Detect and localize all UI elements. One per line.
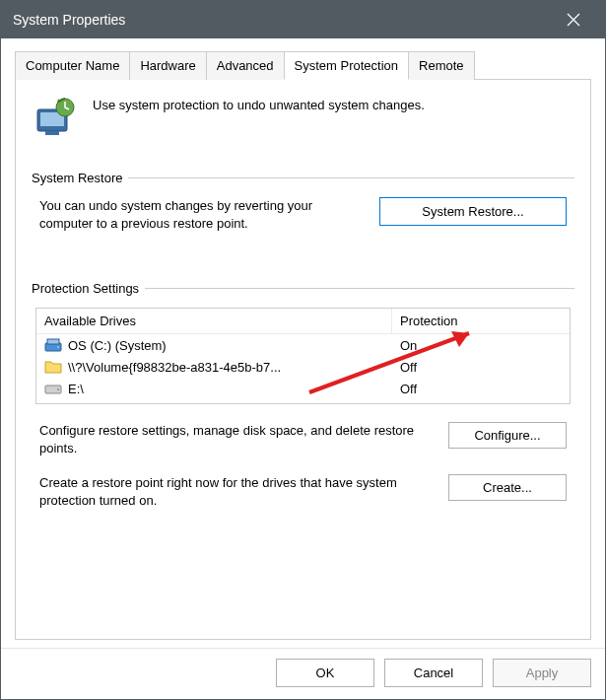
svg-point-10	[57, 388, 59, 390]
group-header: Protection Settings	[32, 281, 574, 296]
drive-row[interactable]: E:\ Off	[36, 378, 570, 403]
protection-settings-group: Protection Settings Available Drives Pro…	[32, 281, 574, 509]
group-divider	[145, 288, 574, 289]
group-label: Protection Settings	[32, 281, 145, 296]
drive-name-label: E:\	[68, 382, 84, 396]
system-restore-group: System Restore You can undo system chang…	[32, 171, 574, 232]
svg-rect-7	[47, 339, 59, 344]
svg-point-8	[57, 346, 59, 348]
configure-row: Configure restore settings, manage disk …	[32, 422, 574, 456]
system-properties-window: System Properties Computer Name Hardware…	[0, 0, 606, 700]
apply-button[interactable]: Apply	[493, 659, 591, 687]
dialog-footer: OK Cancel Apply	[1, 648, 605, 699]
group-divider	[128, 177, 574, 178]
drive-icon	[44, 381, 62, 396]
intro-row: Use system protection to undo unwanted s…	[32, 94, 574, 141]
close-button[interactable]	[554, 1, 593, 38]
group-header: System Restore	[32, 171, 574, 185]
configure-button[interactable]: Configure...	[448, 422, 567, 449]
tab-remote[interactable]: Remote	[408, 51, 475, 80]
window-title: System Properties	[13, 12, 125, 28]
tab-system-protection[interactable]: System Protection	[284, 51, 410, 80]
col-available-drives: Available Drives	[36, 309, 392, 334]
drives-header: Available Drives Protection	[36, 309, 570, 334]
svg-rect-2	[45, 131, 59, 135]
drive-name-label: \\?\Volume{f98832be-a831-4e5b-b7...	[68, 360, 281, 375]
ok-button[interactable]: OK	[276, 659, 374, 687]
system-restore-button[interactable]: System Restore...	[379, 197, 567, 226]
tab-advanced[interactable]: Advanced	[206, 51, 285, 80]
drive-row[interactable]: \\?\Volume{f98832be-a831-4e5b-b7... Off	[36, 356, 570, 378]
tab-hardware[interactable]: Hardware	[129, 51, 206, 80]
drive-status: Off	[392, 357, 570, 378]
restore-description: You can undo system changes by reverting…	[39, 197, 362, 232]
tab-bar: Computer Name Hardware Advanced System P…	[15, 50, 591, 80]
col-protection: Protection	[392, 309, 570, 334]
configure-description: Configure restore settings, manage disk …	[39, 422, 431, 456]
drives-list: Available Drives Protection OS (C:) (Sys…	[35, 308, 571, 404]
intro-text: Use system protection to undo unwanted s…	[93, 94, 425, 112]
os-drive-icon	[44, 337, 62, 353]
tab-panel: Use system protection to undo unwanted s…	[15, 80, 591, 640]
create-button[interactable]: Create...	[448, 474, 567, 501]
create-row: Create a restore point right now for the…	[32, 474, 574, 509]
restore-row: You can undo system changes by reverting…	[32, 197, 574, 232]
close-icon	[567, 13, 580, 27]
group-label: System Restore	[32, 171, 128, 185]
content-area: Computer Name Hardware Advanced System P…	[1, 38, 605, 648]
create-description: Create a restore point right now for the…	[39, 474, 431, 509]
cancel-button[interactable]: Cancel	[384, 659, 483, 687]
drive-status: Off	[392, 379, 570, 399]
system-protection-icon	[32, 94, 79, 141]
tab-computer-name[interactable]: Computer Name	[15, 51, 130, 80]
drive-name-label: OS (C:) (System)	[68, 338, 167, 353]
drive-status: On	[392, 335, 570, 356]
titlebar: System Properties	[1, 1, 605, 38]
drive-row[interactable]: OS (C:) (System) On	[36, 334, 570, 356]
folder-icon	[44, 359, 62, 375]
